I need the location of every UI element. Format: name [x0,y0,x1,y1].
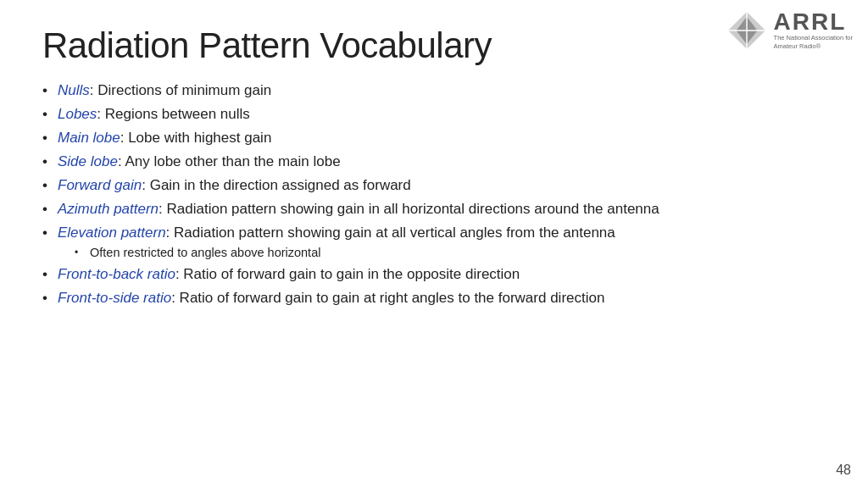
desc-side-lobe: : Any lobe other than the main lobe [118,153,341,169]
term-elevation-pattern: Elevation pattern [58,225,166,241]
list-item: Lobes: Regions between nulls [42,105,826,125]
list-item: Side lobe: Any lobe other than the main … [42,152,826,172]
desc-azimuth-pattern: : Radiation pattern showing gain in all … [159,201,659,217]
logo-subtitle-line2: Amateur Radio® [774,42,821,51]
slide-title: Radiation Pattern Vocabulary [42,25,826,66]
arrl-label: ARRL [774,10,847,34]
desc-front-to-side: : Ratio of forward gain to gain at right… [171,290,604,306]
arrl-diamond-icon [726,10,767,51]
term-nulls: Nulls [58,82,90,98]
desc-nulls: : Directions of minimum gain [90,82,271,98]
list-item: Azimuth pattern: Radiation pattern showi… [42,200,826,219]
desc-elevation-pattern: : Radiation pattern showing gain at all … [166,225,615,241]
logo-subtitle-line1: The National Association for [774,34,853,42]
content-list: Nulls: Directions of minimum gain Lobes:… [42,81,826,308]
sub-list-item: Often restricted to angles above horizon… [75,245,826,262]
sub-list-elevation: Often restricted to angles above horizon… [75,245,826,262]
logo-area: ARRL The National Association for Amateu… [726,10,853,51]
list-item: Elevation pattern: Radiation pattern sho… [42,224,826,262]
term-forward-gain: Forward gain [58,177,142,193]
list-item: Main lobe: Lobe with highest gain [42,129,826,148]
slide-container: ARRL The National Association for Amateu… [0,0,868,488]
desc-main-lobe: : Lobe with highest gain [120,130,272,146]
term-side-lobe: Side lobe [58,153,118,169]
list-item: Front-to-side ratio: Ratio of forward ga… [42,289,826,308]
list-item: Forward gain: Gain in the direction assi… [42,176,826,196]
term-azimuth-pattern: Azimuth pattern [58,201,159,217]
list-item: Front-to-back ratio: Ratio of forward ga… [42,265,826,285]
desc-forward-gain: : Gain in the direction assigned as forw… [142,177,411,193]
slide-number: 48 [836,463,851,478]
term-front-to-side: Front-to-side ratio [58,290,171,306]
term-main-lobe: Main lobe [58,130,120,146]
term-lobes: Lobes [58,106,97,122]
desc-lobes: : Regions between nulls [97,106,250,122]
list-item: Nulls: Directions of minimum gain [42,81,826,101]
logo-text-area: ARRL The National Association for Amateu… [774,10,853,51]
term-front-to-back: Front-to-back ratio [58,266,175,282]
desc-front-to-back: : Ratio of forward gain to gain in the o… [175,266,520,282]
